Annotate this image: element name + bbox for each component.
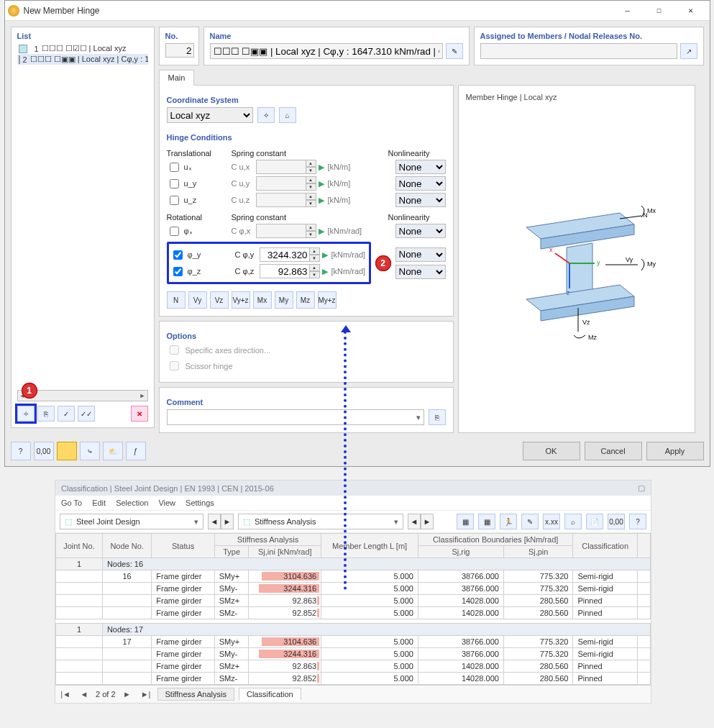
nav-prev-button[interactable]: ◄ <box>408 514 421 529</box>
preset-n-icon[interactable]: N <box>167 291 186 309</box>
grid-tool-icon[interactable]: ▦ <box>478 514 495 529</box>
page-next-button[interactable]: ► <box>120 687 134 701</box>
nav-next-button[interactable]: ► <box>421 514 434 529</box>
menu-view[interactable]: View <box>158 499 175 507</box>
preset-mx-icon[interactable]: Mx <box>253 291 272 309</box>
cphiy-input[interactable] <box>260 247 310 262</box>
design-combo[interactable]: ⬚Steel Joint Design▾ <box>60 514 203 529</box>
options-panel: Options Specific axes direction... Sciss… <box>159 321 454 383</box>
phiz-checkbox[interactable] <box>173 267 183 276</box>
results-footer: |◄ ◄ 2 of 2 ► ►| Stiffness Analysis Clas… <box>55 685 651 703</box>
main-tab-panel: Coordinate System Local xyz ✧ ⌂ Hinge Co… <box>159 85 454 317</box>
hinge-preset-icon-row: N Vy Vz Vy+z Mx My Mz My+z <box>167 291 446 309</box>
tool-button[interactable]: ƒ <box>126 442 146 460</box>
name-input[interactable] <box>210 43 443 59</box>
uz-nl-select[interactable]: None <box>395 193 446 207</box>
comment-combo[interactable] <box>167 409 424 425</box>
maximize-button[interactable]: ☐ <box>644 1 675 21</box>
tab-classification[interactable]: Classification <box>239 688 301 701</box>
titlebar: New Member Hinge — ☐ ✕ <box>5 1 710 21</box>
menu-selection[interactable]: Selection <box>116 499 148 507</box>
coord-lib-icon[interactable]: ⌂ <box>279 107 296 123</box>
no-input[interactable] <box>165 43 194 58</box>
list-copy-button[interactable]: ⎘ <box>37 406 55 422</box>
comment-copy-button[interactable]: ⎘ <box>429 409 446 425</box>
analysis-combo[interactable]: ⬚Stiffness Analysis▾ <box>238 514 403 529</box>
table-row[interactable]: Frame girderSMz-92.8525.00014028.000280.… <box>56 607 651 619</box>
menu-goto[interactable]: Go To <box>61 499 82 507</box>
tab-stiffness-analysis[interactable]: Stiffness Analysis <box>157 688 234 701</box>
list-checkall-button[interactable]: ✓✓ <box>78 406 95 422</box>
cphiz-input[interactable] <box>260 264 310 278</box>
minimize-button[interactable]: — <box>612 1 644 21</box>
grid-tool-icon[interactable]: ▦ <box>457 514 474 529</box>
assigned-field[interactable] <box>480 43 677 59</box>
assigned-pick-button[interactable]: ↗ <box>680 43 697 59</box>
name-edit-button[interactable]: ✎ <box>446 43 463 59</box>
uy-nl-select[interactable]: None <box>395 176 446 191</box>
ux-nl-select[interactable]: None <box>395 160 446 174</box>
arrow-icon[interactable]: ▶ <box>316 163 326 172</box>
phiz-nl-select[interactable]: None <box>395 265 446 279</box>
app-icon <box>8 5 19 17</box>
list-delete-button[interactable]: ✕ <box>131 406 148 422</box>
coord-system-select[interactable]: Local xyz <box>167 107 253 123</box>
list-check-button[interactable]: ✓ <box>58 406 75 422</box>
menu-settings[interactable]: Settings <box>186 499 214 507</box>
phiy-nl-select[interactable]: None <box>395 247 446 262</box>
phix-checkbox[interactable] <box>170 227 179 236</box>
preset-myz-icon[interactable]: My+z <box>318 291 337 309</box>
list-new-button[interactable]: ✧ <box>17 406 35 422</box>
tool-button[interactable]: ⛅ <box>103 442 123 460</box>
table-group-row[interactable]: 1Nodes: 16 <box>56 558 651 570</box>
page-prev-button[interactable]: ◄ <box>77 687 91 701</box>
nav-prev-button[interactable]: ◄ <box>208 514 221 529</box>
page-last-button[interactable]: ►| <box>139 687 153 701</box>
help-button[interactable]: ? <box>11 442 31 460</box>
close-button[interactable]: ✕ <box>675 1 707 21</box>
tab-main[interactable]: Main <box>159 70 195 86</box>
grid-tool-icon[interactable]: x.xx <box>543 514 560 529</box>
grid-tool-icon[interactable]: ✎ <box>521 514 539 529</box>
uz-checkbox[interactable] <box>170 196 179 205</box>
preset-vy-icon[interactable]: Vy <box>188 291 207 309</box>
grid-tool-icon[interactable]: 🏃 <box>500 514 517 529</box>
table-row[interactable]: 16Frame girderSMy+3104.6365.00038766.000… <box>56 570 651 583</box>
table-row[interactable]: Frame girderSMz+92.8635.00014028.000280.… <box>56 595 651 607</box>
results-window: Classification | Steel Joint Design | EN… <box>55 480 651 704</box>
page-first-button[interactable]: |◄ <box>58 687 73 701</box>
grid-help-icon[interactable]: ? <box>629 514 646 529</box>
cancel-button[interactable]: Cancel <box>585 442 642 460</box>
tool-button[interactable]: ⤷ <box>80 442 100 460</box>
grid-tool-icon[interactable]: 📄 <box>586 514 603 529</box>
table-group-row[interactable]: 1Nodes: 17 <box>56 624 651 636</box>
table-row[interactable]: 17Frame girderSMy+3104.6365.00038766.000… <box>56 636 651 648</box>
results-close-icon[interactable]: ▢ <box>638 483 645 493</box>
step-down-icon[interactable]: ▼ <box>306 167 316 174</box>
cphix-input <box>256 224 306 238</box>
nav-next-button[interactable]: ► <box>221 514 234 529</box>
preset-vz-icon[interactable]: Vz <box>210 291 229 309</box>
color-button[interactable] <box>57 442 77 460</box>
table-row[interactable]: Frame girderSMz+92.8635.00014028.000280.… <box>56 660 651 673</box>
preset-vyz-icon[interactable]: Vy+z <box>232 291 250 309</box>
menu-edit[interactable]: Edit <box>92 499 106 507</box>
grid-tool-icon[interactable]: 0,00 <box>608 514 625 529</box>
table-row[interactable]: Frame girderSMy-3244.3165.00038766.00077… <box>56 583 651 595</box>
ux-checkbox[interactable] <box>170 163 179 172</box>
apply-button[interactable]: Apply <box>646 442 704 460</box>
phix-nl-select[interactable]: None <box>395 224 446 238</box>
table-row[interactable]: Frame girderSMz-92.8525.00014028.000280.… <box>56 673 651 685</box>
preset-my-icon[interactable]: My <box>275 291 293 309</box>
list-item[interactable]: 2 ☐☐☐ ☐▣▣ | Local xyz | Cφ,y : 1 <box>17 54 148 65</box>
grid-tool-icon[interactable]: ⌕ <box>564 514 582 529</box>
units-button[interactable]: 0,00 <box>34 442 54 460</box>
coord-new-icon[interactable]: ✧ <box>257 107 275 123</box>
uy-checkbox[interactable] <box>170 179 179 188</box>
step-up-icon[interactable]: ▲ <box>306 160 316 167</box>
table-row[interactable]: Frame girderSMy-3244.3165.00038766.00077… <box>56 648 651 660</box>
preset-mz-icon[interactable]: Mz <box>296 291 315 309</box>
phiy-checkbox[interactable] <box>173 250 183 260</box>
ok-button[interactable]: OK <box>523 442 580 460</box>
list-item[interactable]: 1 ☐☐☐ ☐☑☐ | Local xyz <box>17 43 148 54</box>
